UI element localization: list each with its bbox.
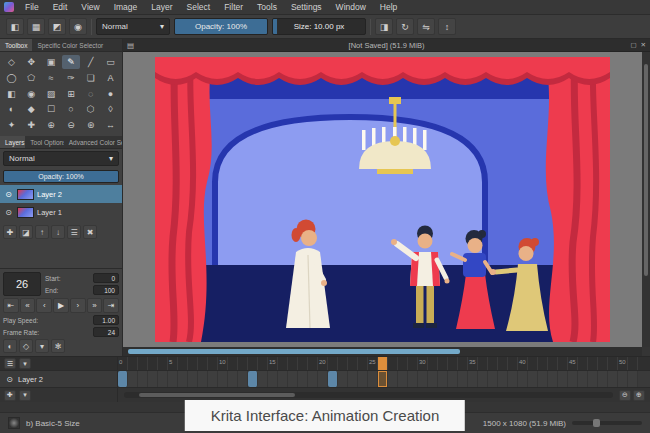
add-layer-button[interactable]: ✚ <box>3 225 17 239</box>
menu-tools[interactable]: Tools <box>250 0 284 15</box>
canvas-vertical-scrollbar[interactable] <box>642 52 650 347</box>
timeline-frame-15[interactable] <box>268 371 278 387</box>
timeline-ruler-frame-43[interactable] <box>548 357 558 370</box>
timeline-frame-7[interactable] <box>188 371 198 387</box>
current-frame-spinbox[interactable]: 26 <box>3 272 41 296</box>
mirror-vertical-icon[interactable]: ↕ <box>438 18 456 35</box>
next-keyframe-button[interactable]: » <box>87 298 103 313</box>
visibility-icon[interactable]: ⊙ <box>3 190 14 199</box>
dynamic-brush-tool[interactable]: ❏ <box>81 71 100 85</box>
freehand-selection-tool[interactable]: ◊ <box>101 102 120 116</box>
move-tool[interactable]: ✥ <box>22 55 41 69</box>
timeline-frame-28[interactable] <box>398 371 408 387</box>
timeline-frame-1[interactable] <box>128 371 138 387</box>
timeline-frame-35[interactable] <box>468 371 478 387</box>
calligraphy-tool[interactable]: ✑ <box>62 71 81 85</box>
timeline-frame-41[interactable] <box>528 371 538 387</box>
timeline-frame-26[interactable] <box>378 371 388 387</box>
previous-frame-button[interactable]: ‹ <box>36 298 52 313</box>
timeline-ruler-frame-13[interactable] <box>248 357 258 370</box>
reference-images-tool[interactable]: ◆ <box>22 102 41 116</box>
timeline-menu-button[interactable]: ☰ <box>4 358 16 369</box>
timeline-ruler-frame-47[interactable] <box>588 357 598 370</box>
timeline-layer-header[interactable]: ⊙ Layer 2 <box>0 371 118 387</box>
timeline-frame-18[interactable] <box>298 371 308 387</box>
timeline-frame-45[interactable] <box>568 371 578 387</box>
timeline-frame-14[interactable] <box>258 371 268 387</box>
timeline-ruler-frame-45[interactable]: 45 <box>568 357 578 370</box>
timeline-frame-33[interactable] <box>448 371 458 387</box>
timeline-frame-5[interactable] <box>168 371 178 387</box>
timeline-frame-27[interactable] <box>388 371 398 387</box>
timeline-ruler-frame-7[interactable] <box>188 357 198 370</box>
timeline-ruler-frame-40[interactable]: 40 <box>518 357 528 370</box>
timeline-frame-32[interactable] <box>438 371 448 387</box>
bezier-selection-tool[interactable]: ⊕ <box>42 118 61 132</box>
timeline-frame-39[interactable] <box>508 371 518 387</box>
timeline-ruler-frame-1[interactable] <box>128 357 138 370</box>
layer-row[interactable]: ⊙Layer 1 <box>0 203 122 221</box>
ellipse-tool[interactable]: ◯ <box>2 71 21 85</box>
tab-tool-options[interactable]: Tool Options <box>25 136 63 148</box>
onion-skin-button[interactable]: ◐ <box>3 339 17 353</box>
move-layer-down-button[interactable]: ↓ <box>51 225 65 239</box>
timeline-frame-47[interactable] <box>588 371 598 387</box>
menu-filter[interactable]: Filter <box>217 0 250 15</box>
timeline-frame-48[interactable] <box>598 371 608 387</box>
fill-tool[interactable]: ● <box>101 87 120 101</box>
elliptical-selection-tool[interactable]: ○ <box>62 102 81 116</box>
timeline-ruler-frame-44[interactable] <box>558 357 568 370</box>
timeline-frame-51[interactable] <box>628 371 638 387</box>
visibility-icon[interactable]: ⊙ <box>3 208 14 217</box>
timeline-frame-37[interactable] <box>488 371 498 387</box>
timeline-ruler-frame-35[interactable]: 35 <box>468 357 478 370</box>
timeline-zoom-in-button[interactable]: ⊕ <box>633 390 645 401</box>
text-tool[interactable]: A <box>101 71 120 85</box>
timeline-options-button[interactable]: ▾ <box>19 358 31 369</box>
timeline-ruler-frame-49[interactable] <box>608 357 618 370</box>
canvas[interactable] <box>123 52 642 347</box>
timeline-frame-34[interactable] <box>458 371 468 387</box>
timeline-ruler-frame-23[interactable] <box>348 357 358 370</box>
menu-select[interactable]: Select <box>180 0 218 15</box>
timeline-zoom-out-button[interactable]: ⊖ <box>619 390 631 401</box>
timeline-ruler-frame-8[interactable] <box>198 357 208 370</box>
polygon-tool[interactable]: ⬠ <box>22 71 41 85</box>
keyframe-menu-button[interactable]: ▾ <box>19 390 31 401</box>
timeline-ruler-frame-17[interactable] <box>288 357 298 370</box>
color-sampler-tool[interactable]: ◉ <box>22 87 41 101</box>
frame-rate-spinbox[interactable]: 24 <box>93 327 119 337</box>
end-frame-spinbox[interactable]: 100 <box>93 285 119 295</box>
timeline-frame-6[interactable] <box>178 371 188 387</box>
timeline-frame-42[interactable] <box>538 371 548 387</box>
timeline-ruler-frame-12[interactable] <box>238 357 248 370</box>
eraser-mode-icon[interactable]: ◨ <box>375 18 393 35</box>
timeline-ruler-frame-18[interactable] <box>298 357 308 370</box>
timeline-ruler-frame-14[interactable] <box>258 357 268 370</box>
timeline-scrollbar[interactable] <box>124 392 613 398</box>
timeline-ruler-frame-29[interactable] <box>408 357 418 370</box>
timeline-ruler-frame-27[interactable] <box>388 357 398 370</box>
layer-blend-mode-select[interactable]: Normal ▾ <box>3 151 119 166</box>
timeline-ruler-frame-24[interactable] <box>358 357 368 370</box>
timeline-ruler-frame-28[interactable] <box>398 357 408 370</box>
pattern-chooser-icon[interactable]: ▦ <box>27 18 45 35</box>
menu-layer[interactable]: Layer <box>144 0 179 15</box>
brush-size-slider[interactable]: Size: 10.00 px <box>272 18 366 35</box>
timeline-ruler-frame-3[interactable] <box>148 357 158 370</box>
timeline-ruler-frame-32[interactable] <box>438 357 448 370</box>
layer-properties-button[interactable]: ☰ <box>67 225 81 239</box>
timeline-frame-11[interactable] <box>228 371 238 387</box>
add-keyframe-button[interactable]: ✚ <box>4 390 16 401</box>
timeline-ruler-frame-15[interactable]: 15 <box>268 357 278 370</box>
polyline-tool[interactable]: ≈ <box>42 71 61 85</box>
zoom-slider-knob[interactable] <box>593 419 600 427</box>
timeline-frame-10[interactable] <box>218 371 228 387</box>
timeline-frame-2[interactable] <box>138 371 148 387</box>
delete-layer-button[interactable]: ✖ <box>83 225 97 239</box>
contiguous-selection-tool[interactable]: ✦ <box>2 118 21 132</box>
timeline-ruler-frame-51[interactable] <box>628 357 638 370</box>
animation-settings-button[interactable]: ✻ <box>51 339 65 353</box>
move-layer-up-button[interactable]: ↑ <box>35 225 49 239</box>
menu-edit[interactable]: Edit <box>46 0 75 15</box>
